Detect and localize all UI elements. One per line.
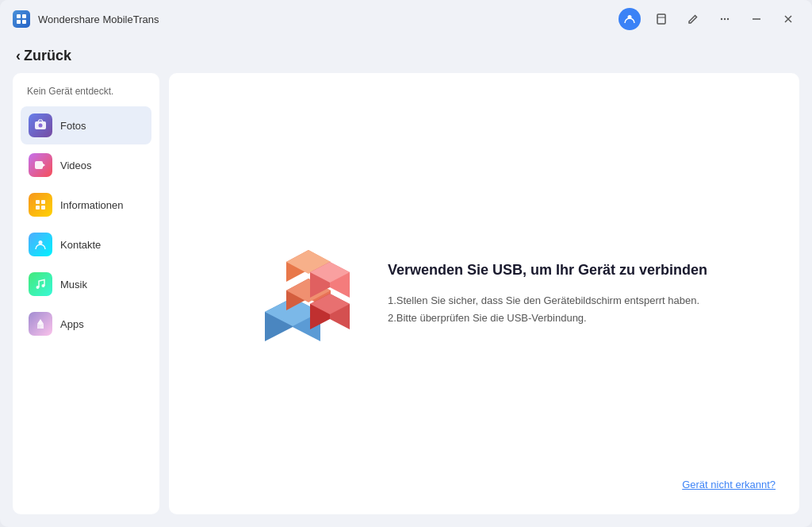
not-recognized-link[interactable]: Gerät nicht erkannt? (682, 479, 776, 490)
svg-rect-15 (35, 161, 43, 169)
fotos-label: Fotos (60, 120, 86, 132)
musik-icon (29, 272, 52, 296)
apps-label: Apps (60, 318, 84, 330)
sidebar-item-musik[interactable]: Musik (21, 265, 151, 303)
kontakte-icon (29, 233, 52, 256)
sidebar-item-fotos[interactable]: Fotos (21, 106, 151, 144)
svg-rect-0 (17, 14, 21, 18)
app-window: Wondershare MobileTrans (0, 0, 812, 527)
back-arrow-icon: ‹ (16, 48, 21, 64)
no-device-label: Kein Gerät entdeckt. (21, 86, 151, 106)
svg-rect-18 (41, 200, 45, 204)
fotos-icon (29, 113, 52, 137)
svg-point-9 (727, 18, 729, 20)
musik-label: Musik (60, 279, 87, 290)
back-bar: ‹ Zurück (0, 38, 812, 73)
back-button[interactable]: ‹ Zurück (16, 48, 71, 64)
svg-rect-5 (657, 14, 665, 24)
sidebar-item-apps[interactable]: Apps (21, 305, 151, 343)
edit-icon[interactable] (682, 8, 704, 30)
svg-point-14 (39, 124, 43, 128)
app-logo (13, 10, 30, 28)
usb-content: Verwenden Sie USB, um Ihr Gerät zu verbi… (261, 238, 707, 349)
close-icon[interactable] (777, 8, 799, 30)
svg-point-22 (36, 286, 40, 289)
main-content: Kein Gerät entdeckt. Fotos (0, 73, 812, 527)
informationen-label: Informationen (60, 199, 124, 211)
kontakte-label: Kontakte (60, 239, 101, 251)
svg-point-8 (724, 18, 726, 20)
svg-point-7 (721, 18, 722, 20)
sidebar-item-kontakte[interactable]: Kontakte (21, 225, 151, 264)
svg-rect-3 (22, 20, 26, 24)
account-icon[interactable] (619, 8, 641, 30)
svg-rect-2 (17, 20, 21, 24)
window-controls (619, 8, 799, 30)
sidebar-item-informationen[interactable]: Informationen (21, 186, 151, 224)
usb-illustration (261, 238, 356, 349)
main-panel: Verwenden Sie USB, um Ihr Gerät zu verbi… (169, 73, 799, 514)
sidebar-item-videos[interactable]: Videos (21, 146, 151, 184)
sidebar: Kein Gerät entdeckt. Fotos (13, 73, 159, 514)
minimize-icon[interactable] (745, 8, 768, 30)
usb-description: 1.Stellen Sie sicher, dass Sie den Gerät… (388, 292, 707, 327)
videos-label: Videos (60, 160, 92, 171)
svg-rect-17 (36, 200, 40, 204)
usb-heading: Verwenden Sie USB, um Ihr Gerät zu verbi… (388, 260, 707, 280)
svg-marker-16 (42, 163, 45, 167)
back-label: Zurück (24, 48, 71, 64)
svg-rect-19 (36, 206, 40, 210)
app-title: Wondershare MobileTrans (38, 13, 619, 25)
info-icon (29, 193, 52, 217)
svg-rect-20 (41, 206, 45, 210)
svg-rect-1 (22, 14, 26, 18)
menu-icon[interactable] (714, 8, 736, 30)
svg-point-23 (42, 284, 45, 287)
videos-icon (29, 153, 52, 177)
bookmark-icon[interactable] (650, 8, 672, 30)
title-bar: Wondershare MobileTrans (0, 0, 812, 38)
usb-text-content: Verwenden Sie USB, um Ihr Gerät zu verbi… (388, 260, 707, 326)
apps-icon (29, 312, 52, 336)
